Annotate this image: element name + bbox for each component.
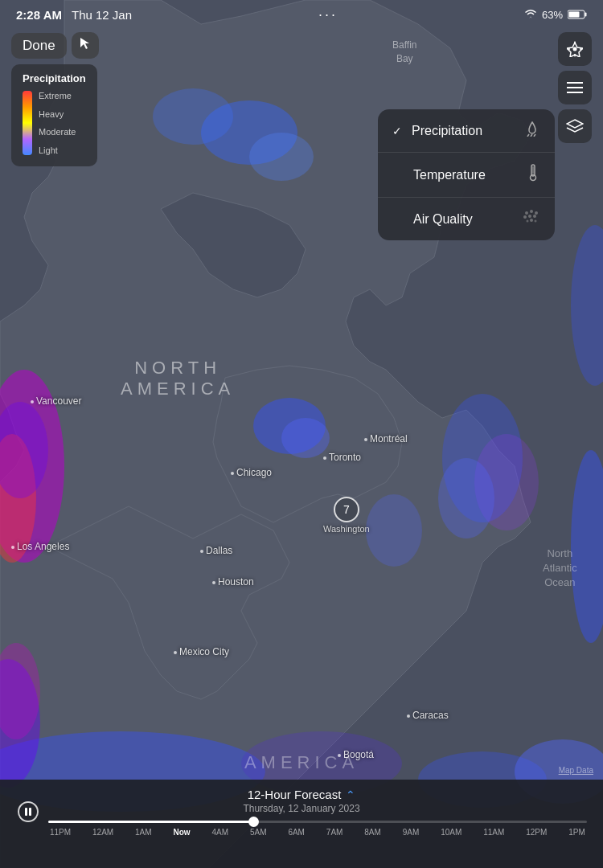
city-dallas: Dallas: [200, 545, 232, 556]
forecast-chevron-icon: ⌃: [346, 788, 355, 801]
legend-labels: Extreme Heavy Moderate Light: [39, 91, 76, 155]
city-vancouver: Vancouver: [31, 395, 81, 407]
city-los-angeles: Los Angeles: [11, 541, 69, 552]
air-quality-label: Air Quality: [413, 212, 473, 227]
svg-point-37: [528, 215, 531, 218]
time-1pm: 1PM: [568, 828, 585, 837]
svg-rect-21: [585, 13, 586, 17]
bottom-america-label: AMERICA: [244, 752, 359, 773]
svg-line-27: [527, 134, 529, 137]
time-10am: 10AM: [441, 828, 461, 837]
bottom-forecast-bar: 12-Hour Forecast ⌃ Thursday, 12 January …: [0, 780, 603, 868]
wifi-icon: [524, 8, 537, 21]
status-date: Thu 12 Jan: [72, 8, 132, 22]
svg-point-36: [523, 215, 527, 219]
city-toronto: Toronto: [323, 452, 361, 463]
svg-point-33: [525, 211, 528, 215]
svg-rect-22: [568, 12, 579, 18]
status-right: 63%: [524, 8, 587, 21]
air-quality-icon: [523, 209, 540, 229]
battery-percentage: 63%: [542, 9, 563, 21]
svg-point-39: [530, 219, 533, 222]
forecast-header: 12-Hour Forecast ⌃: [0, 780, 603, 801]
svg-line-29: [534, 134, 535, 137]
svg-line-28: [531, 134, 532, 137]
pause-icon: [18, 801, 39, 822]
svg-point-5: [153, 88, 233, 145]
top-right-controls: [558, 32, 592, 143]
washington-label: Washington: [323, 524, 370, 534]
precipitation-legend: Precipitation Extreme Heavy Moderate Lig…: [11, 64, 97, 166]
menu-item-temperature[interactable]: Temperature: [378, 153, 555, 198]
battery-icon: [568, 10, 587, 19]
city-houston: Houston: [212, 576, 254, 588]
washington-number: 7: [334, 497, 359, 522]
time-8am: 8AM: [364, 828, 381, 837]
time-12pm: 12PM: [526, 828, 547, 837]
timeline-progress: [48, 821, 253, 823]
time-6am: 6AM: [288, 828, 305, 837]
ocean-label: NorthAtlanticOcean: [543, 547, 577, 591]
legend-title: Precipitation: [23, 72, 86, 84]
legend-moderate: Moderate: [39, 127, 76, 137]
continent-label: NORTHAMERICA: [121, 358, 235, 399]
done-button[interactable]: Done: [11, 33, 67, 59]
city-caracas: Caracas: [407, 710, 449, 721]
svg-point-10: [438, 458, 494, 538]
baffin-bay-label: BaffinBay: [392, 39, 416, 66]
timeline-labels: 11PM 12AM 1AM Now 4AM 5AM 6AM 7AM 8AM 9A…: [48, 828, 587, 837]
precipitation-check: ✓: [392, 125, 402, 137]
svg-point-41: [535, 220, 537, 223]
forecast-date: Thursday, 12 January 2023: [0, 803, 603, 814]
svg-point-34: [530, 210, 533, 213]
svg-rect-42: [25, 808, 27, 816]
menu-item-precipitation[interactable]: ✓ Precipitation: [378, 109, 555, 153]
play-pause-button[interactable]: [16, 800, 40, 824]
time-9am: 9AM: [403, 828, 420, 837]
svg-point-19: [366, 494, 422, 567]
menu-item-air-quality[interactable]: Air Quality: [378, 198, 555, 240]
time-1am: 1AM: [135, 828, 152, 837]
timeline-track[interactable]: [48, 821, 587, 823]
time-12am: 12AM: [92, 828, 113, 837]
time-now: Now: [173, 828, 190, 837]
time-11am: 11AM: [483, 828, 504, 837]
city-montreal: Montréal: [364, 433, 408, 444]
layers-button[interactable]: [558, 109, 592, 143]
status-dots: ···: [318, 6, 338, 23]
cursor-icon: [72, 32, 99, 59]
time-5am: 5AM: [250, 828, 267, 837]
timeline-container: 11PM 12AM 1AM Now 4AM 5AM 6AM 7AM 8AM 9A…: [0, 814, 603, 840]
svg-rect-32: [533, 166, 534, 174]
svg-point-35: [535, 211, 538, 215]
list-button[interactable]: [558, 71, 592, 104]
done-button-group: Done: [11, 32, 99, 59]
legend-heavy: Heavy: [39, 109, 76, 119]
time-7am: 7AM: [326, 828, 343, 837]
legend-light: Light: [39, 145, 76, 155]
map-data-link[interactable]: Map Data: [559, 766, 593, 775]
precipitation-icon: [524, 121, 540, 141]
svg-point-38: [533, 215, 536, 218]
washington-marker: 7 Washington: [323, 497, 370, 534]
precipitation-label: Precipitation: [412, 124, 482, 138]
location-button[interactable]: [558, 32, 592, 66]
svg-rect-43: [29, 808, 31, 816]
temperature-icon: [526, 164, 540, 186]
time-11pm: 11PM: [50, 828, 71, 837]
legend-extreme: Extreme: [39, 91, 76, 100]
timeline-thumb[interactable]: [248, 817, 259, 827]
svg-point-4: [249, 133, 314, 181]
forecast-title: 12-Hour Forecast: [248, 788, 342, 801]
layer-dropdown-menu: ✓ Precipitation Temperature: [378, 109, 555, 240]
status-time: 2:28 AM: [16, 8, 62, 22]
temperature-label: Temperature: [413, 168, 486, 182]
city-mexico-city: Mexico City: [174, 646, 229, 657]
svg-point-7: [281, 418, 330, 458]
city-chicago: Chicago: [231, 467, 272, 478]
time-4am: 4AM: [211, 828, 228, 837]
svg-point-23: [573, 47, 577, 51]
svg-point-40: [527, 220, 529, 223]
status-bar: 2:28 AM Thu 12 Jan ··· 63%: [0, 0, 603, 29]
svg-point-11: [571, 225, 603, 386]
